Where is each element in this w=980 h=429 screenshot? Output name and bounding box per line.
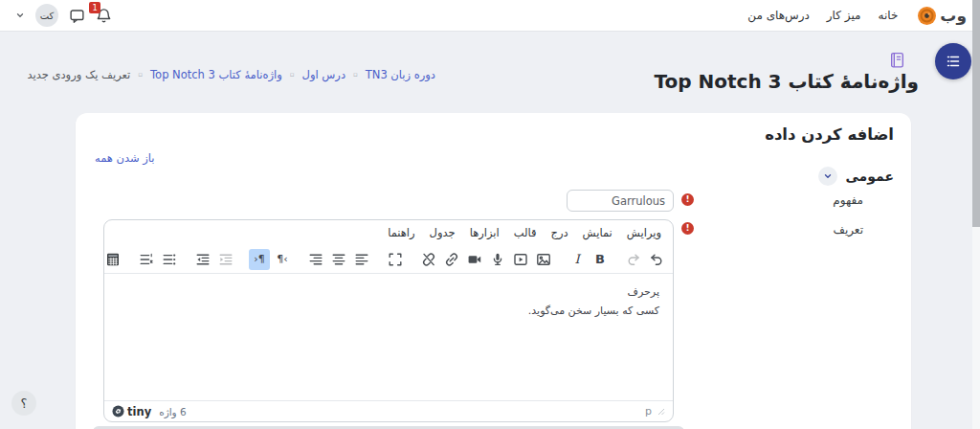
- notification-badge: 1: [89, 2, 100, 14]
- grid-button[interactable]: [103, 249, 123, 270]
- toolbar-group: [192, 249, 236, 270]
- help-button[interactable]: ؟: [11, 391, 36, 416]
- add-entry-card: اضافه کردن داده باز شدن همه عمومی مفهوم …: [76, 113, 911, 429]
- page-title: واژه‌نامهٔ کتاب Top Notch 3: [655, 70, 920, 93]
- list-bullet-button[interactable]: [159, 249, 180, 270]
- microphone-button[interactable]: [487, 249, 508, 270]
- general-section-header: عمومی: [818, 167, 894, 186]
- align-left-button[interactable]: [351, 249, 372, 270]
- scrollbar-thumb[interactable]: [972, 0, 980, 227]
- toolbar-group: BI: [567, 249, 611, 270]
- site-logo[interactable]: وب: [917, 6, 967, 26]
- toolbar-group: ›¶¶‹: [249, 249, 293, 270]
- required-icon: !: [681, 193, 694, 206]
- menu-درج[interactable]: درج: [551, 226, 568, 239]
- required-icon: !: [681, 222, 694, 235]
- collapse-section-button[interactable]: [818, 167, 837, 186]
- breadcrumb-separator: ▫: [353, 71, 358, 79]
- definition-label: تعریف: [833, 223, 863, 237]
- italic-button[interactable]: I: [567, 249, 588, 270]
- menu-ابزارها[interactable]: ابزارها: [470, 226, 500, 239]
- nav-item[interactable]: میز کار: [827, 9, 861, 22]
- outdent-button[interactable]: [192, 249, 213, 270]
- align-right-button[interactable]: [305, 249, 326, 270]
- ltr-button[interactable]: ›¶: [272, 249, 293, 270]
- concept-label: مفهوم: [833, 193, 863, 207]
- redo-button: [623, 249, 644, 270]
- menu-قالب[interactable]: قالب: [514, 226, 537, 239]
- image-button[interactable]: [533, 249, 554, 270]
- menu-جدول[interactable]: جدول: [430, 226, 456, 239]
- toolbar-group: [385, 249, 406, 270]
- user-menu-chevron-icon[interactable]: [15, 11, 25, 20]
- link-button[interactable]: [441, 249, 462, 270]
- rtl-button[interactable]: ¶‹: [249, 249, 270, 270]
- expand-all-link[interactable]: باز شدن همه: [95, 151, 155, 165]
- user-avatar[interactable]: کت: [35, 4, 58, 27]
- undo-button[interactable]: [646, 249, 667, 270]
- breadcrumb-item: تعریف یک ورودی جدید: [27, 68, 130, 81]
- editor-toolbar: BI›¶¶‹: [104, 245, 673, 274]
- editor-menubar: ویرایشنمایشدرجقالبابزارهاجدولراهنما: [104, 220, 673, 245]
- top-navbar: وب خانهمیز کاردرس‌های من کت 1: [0, 0, 980, 32]
- tinymce-logo[interactable]: tiny: [112, 405, 151, 418]
- tinymce-brand-text: tiny: [127, 405, 151, 418]
- brand-swirl-icon: [917, 6, 937, 26]
- bold-button[interactable]: B: [590, 249, 611, 270]
- page-scrollbar: [972, 0, 980, 429]
- notifications-bell-icon[interactable]: 1: [96, 8, 112, 24]
- definition-editor: ویرایشنمایشدرجقالبابزارهاجدولراهنما BI›¶…: [103, 219, 674, 422]
- align-center-button[interactable]: [328, 249, 349, 270]
- menu-نمایش[interactable]: نمایش: [583, 226, 612, 239]
- avatar-initials: کت: [40, 11, 55, 21]
- concept-input[interactable]: [567, 190, 674, 212]
- toolbar-group: [623, 249, 667, 270]
- breadcrumb-item[interactable]: واژه‌نامهٔ کتاب Top Notch 3: [150, 68, 282, 81]
- nav-item[interactable]: خانه: [878, 9, 898, 22]
- toolbar-group: [136, 249, 180, 270]
- fullscreen-button[interactable]: [385, 249, 406, 270]
- menu-ویرایش[interactable]: ویرایش: [627, 226, 661, 239]
- toolbar-group: [103, 249, 123, 270]
- editor-content-area[interactable]: پرحرفکسی که بسیار سخن می‌گوید.: [104, 274, 673, 400]
- messages-icon[interactable]: [69, 8, 85, 24]
- breadcrumb-item[interactable]: درس اول: [302, 68, 345, 81]
- navbar-menu: خانهمیز کاردرس‌های من: [747, 9, 898, 22]
- indent-button: [215, 249, 236, 270]
- resize-grip-icon[interactable]: [657, 408, 665, 416]
- breadcrumb-item[interactable]: دوره زبان TN3: [366, 68, 435, 81]
- breadcrumb-separator: ▫: [290, 71, 295, 79]
- toolbar-group: [305, 249, 372, 270]
- unlink-button[interactable]: [418, 249, 439, 270]
- editor-paragraph: پرحرف: [118, 282, 659, 302]
- breadcrumb-separator: ▫: [138, 71, 143, 79]
- open-block-drawer-button[interactable]: [935, 43, 971, 79]
- element-path[interactable]: p: [645, 405, 652, 418]
- editor-statusbar: tiny 6 واژه p: [104, 400, 673, 421]
- editor-paragraph: کسی که بسیار سخن می‌گوید.: [118, 302, 659, 321]
- menu-راهنما[interactable]: راهنما: [388, 226, 414, 239]
- section-title: عمومی: [845, 169, 894, 184]
- nav-item[interactable]: درس‌های من: [747, 9, 810, 22]
- breadcrumb: دوره زبان TN3▫درس اول▫واژه‌نامهٔ کتاب To…: [27, 68, 435, 81]
- card-heading: اضافه کردن داده: [765, 125, 894, 144]
- media-button[interactable]: [464, 249, 485, 270]
- toolbar-group: [418, 249, 554, 270]
- word-count: 6 واژه: [159, 406, 187, 418]
- list-numbered-button[interactable]: [136, 249, 157, 270]
- brand-text: وب: [940, 6, 967, 25]
- video-button[interactable]: [510, 249, 531, 270]
